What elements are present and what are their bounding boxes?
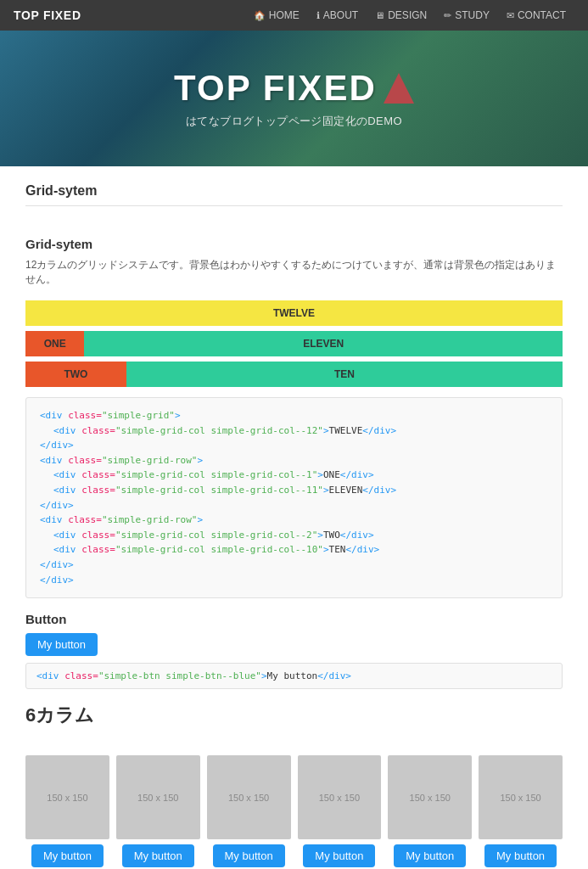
main-content: Grid-sytem Grid-sytem 12カラムのグリッドシステムです。背… [0,166,588,869]
grid-description: 12カラムのグリッドシステムです。背景色はわかりやすくするためにつけていますが、… [25,258,563,287]
button-section: Button My button <div class="simple-btn … [25,612,563,689]
grid-demo-area: TWELVE ONE ELEVEN TWO TEN [25,300,563,387]
six-col-heading: 6カラム [25,703,563,728]
code-line-12: </div> [40,573,548,588]
grid-code-block: <div class="simple-grid"> <div class="si… [25,397,563,598]
code-line-9: <div class="simple-grid-col simple-grid-… [40,528,548,543]
code-line-7: </div> [40,498,548,513]
hero-subtitle: はてなブログトップページ固定化のDEMO [186,114,402,129]
code-line-5: <div class="simple-grid-col simple-grid-… [40,468,548,483]
six-col-section: 6カラム 150 x 150 My button 150 x 150 My bu… [25,703,563,869]
grid-heading: Grid-sytem [25,237,563,251]
col-btn-1[interactable]: My button [31,844,104,867]
hero-section: TOP FIXED はてなブログトップページ固定化のDEMO [0,31,588,166]
code-line-6: <div class="simple-grid-col simple-grid-… [40,483,548,498]
nav-link-home[interactable]: 🏠 HOME [245,0,308,31]
about-icon: ℹ [316,10,320,21]
grid-section: Grid-sytem 12カラムのグリッドシステムです。背景色はわかりやすくする… [0,220,588,869]
placeholder-image-row: 150 x 150 My button 150 x 150 My button … [25,755,563,867]
navbar-links: 🏠 HOME ℹ ABOUT 🖥 DESIGN ✏ STUDY ✉ [245,0,574,31]
code-line-10: <div class="simple-grid-col simple-grid-… [40,542,548,558]
col-btn-6[interactable]: My button [484,844,557,867]
navbar-brand: TOP FIXED [14,8,81,22]
col-2: 150 x 150 My button [116,755,200,867]
grid-row-twelve: TWELVE [25,300,563,326]
grid-row-two-ten: TWO TEN [25,362,563,387]
col-1: 150 x 150 My button [25,755,109,867]
nav-item-design[interactable]: 🖥 DESIGN [367,0,435,31]
nav-item-study[interactable]: ✏ STUDY [435,0,498,31]
design-icon: 🖥 [375,10,384,20]
home-icon: 🏠 [254,10,266,21]
code-line-2: <div class="simple-grid-col simple-grid-… [40,423,548,439]
code-line-4: <div class="simple-grid-row"> [40,453,548,468]
placeholder-img-5: 150 x 150 [388,755,472,839]
placeholder-img-6: 150 x 150 [479,755,563,839]
contact-icon: ✉ [507,10,514,21]
nav-link-study[interactable]: ✏ STUDY [435,0,498,31]
col-4: 150 x 150 My button [298,755,382,867]
code-line-8: <div class="simple-grid-row"> [40,513,548,528]
code-line-11: </div> [40,558,548,573]
grid-cell-ten: TEN [126,362,563,387]
study-icon: ✏ [444,10,451,21]
nav-item-home[interactable]: 🏠 HOME [245,0,308,31]
breadcrumb-area: Grid-sytem [0,166,588,206]
button-code-block: <div class="simple-btn simple-btn--blue"… [25,663,563,689]
col-6: 150 x 150 My button [479,755,563,867]
my-button[interactable]: My button [25,633,98,656]
grid-cell-one: ONE [25,331,84,356]
button-demo-area: My button [25,633,563,656]
code-line-3: </div> [40,438,548,453]
col-btn-2[interactable]: My button [122,844,194,867]
placeholder-img-1: 150 x 150 [25,755,109,839]
nav-item-contact[interactable]: ✉ CONTACT [498,0,574,31]
nav-link-design[interactable]: 🖥 DESIGN [367,0,435,31]
hero-triangle-icon [384,73,414,104]
spacer [25,742,563,755]
col-5: 150 x 150 My button [388,755,472,867]
nav-link-contact[interactable]: ✉ CONTACT [498,0,574,31]
col-btn-3[interactable]: My button [213,844,285,867]
grid-cell-two: TWO [25,362,126,387]
grid-cell-eleven: ELEVEN [84,331,563,356]
page-section-title: Grid-sytem [25,183,563,206]
hero-title: TOP FIXED [174,68,414,109]
placeholder-img-3: 150 x 150 [207,755,291,839]
col-btn-5[interactable]: My button [394,844,466,867]
button-heading: Button [25,612,563,626]
placeholder-img-2: 150 x 150 [116,755,200,839]
navbar: TOP FIXED 🏠 HOME ℹ ABOUT 🖥 DESIGN ✏ STUD… [0,0,588,31]
placeholder-img-4: 150 x 150 [298,755,382,839]
grid-cell-twelve: TWELVE [25,300,563,326]
col-3: 150 x 150 My button [207,755,291,867]
grid-row-one-eleven: ONE ELEVEN [25,331,563,356]
col-btn-4[interactable]: My button [303,844,375,867]
code-line-1: <div class="simple-grid"> [40,408,548,423]
nav-item-about[interactable]: ℹ ABOUT [308,0,367,31]
nav-link-about[interactable]: ℹ ABOUT [308,0,367,31]
